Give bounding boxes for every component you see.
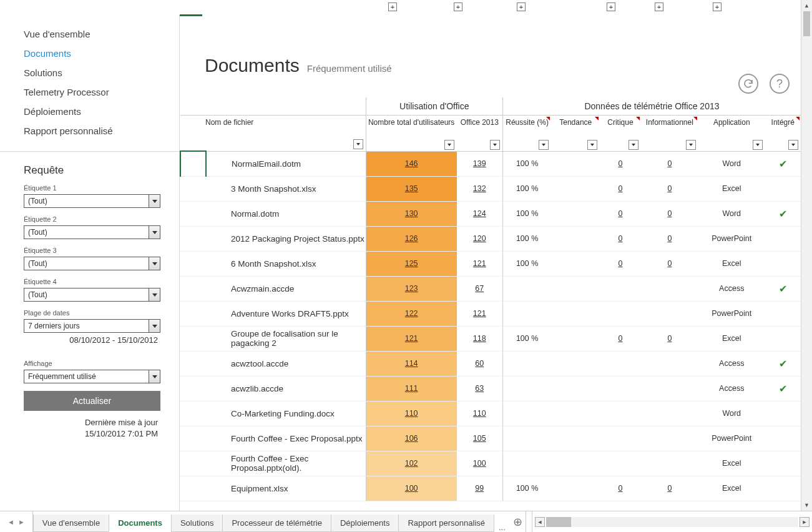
cell-total-users[interactable]: 111 — [366, 376, 457, 401]
cell-informational[interactable] — [641, 451, 698, 476]
table-row[interactable]: NormalEmail.dotm146139100 %00Word✔ — [180, 151, 801, 176]
cell-filename[interactable]: acwztool.accde — [206, 351, 366, 376]
cell-critical[interactable]: 0 — [600, 226, 641, 251]
cell-office2013[interactable]: 124 — [457, 201, 503, 226]
table-row[interactable]: Fourth Coffee - Exec Proposal.pptx106105… — [180, 426, 801, 451]
outline-expand-button[interactable] — [388, 2, 397, 11]
cell-informational[interactable]: 0 — [641, 251, 698, 276]
outline-expand-button[interactable] — [517, 2, 526, 11]
cell-informational[interactable]: 0 — [641, 226, 698, 251]
cell-total-users[interactable]: 121 — [366, 326, 457, 351]
table-row[interactable]: Normal.dotm130124100 %00Word✔ — [180, 201, 801, 226]
outline-expand-button[interactable] — [713, 2, 722, 11]
table-row[interactable]: acwzlib.accde11163Access✔ — [180, 376, 801, 401]
table-row[interactable]: Adventure Works DRAFT5.pptx122121PowerPo… — [180, 301, 801, 326]
filter-button[interactable] — [686, 140, 696, 150]
cell-office2013[interactable]: 99 — [457, 476, 503, 501]
cell-informational[interactable]: 0 — [641, 151, 698, 176]
row-selector[interactable] — [180, 301, 206, 326]
cell-filename[interactable]: Acwzmain.accde — [206, 276, 366, 301]
row-selector[interactable] — [180, 226, 206, 251]
cell-critical[interactable]: 0 — [600, 151, 641, 176]
cell-total-users[interactable]: 123 — [366, 276, 457, 301]
cell-critical[interactable] — [600, 301, 641, 326]
refresh-icon[interactable] — [738, 74, 758, 94]
sidebar-item-documents[interactable]: Documents — [24, 48, 179, 59]
row-selector[interactable] — [180, 251, 206, 276]
col-office2013[interactable]: Office 2013 — [457, 115, 503, 140]
row-selector[interactable] — [180, 276, 206, 301]
cell-total-users[interactable]: 110 — [366, 401, 457, 426]
cell-critical[interactable] — [600, 451, 641, 476]
cell-office2013[interactable]: 67 — [457, 276, 503, 301]
display-select[interactable]: Fréquemment utilisé — [24, 370, 160, 383]
cell-informational[interactable] — [641, 401, 698, 426]
outline-expand-button[interactable] — [607, 2, 615, 11]
chevron-down-icon[interactable] — [149, 226, 160, 239]
filter-button[interactable] — [587, 140, 597, 150]
cell-informational[interactable]: 0 — [641, 176, 698, 201]
table-row[interactable]: Co-Marketing Funding.docx110110Word — [180, 401, 801, 426]
table-row[interactable]: Fourth Coffee - Exec Proposal.pptx(old).… — [180, 451, 801, 476]
sidebar-item-solutions[interactable]: Solutions — [24, 67, 179, 78]
table-row[interactable]: Groupe de focalisation sur le pagacking … — [180, 326, 801, 351]
col-filename[interactable]: Nom de fichier — [180, 115, 366, 140]
row-selector[interactable] — [180, 376, 206, 401]
cell-informational[interactable]: 0 — [641, 326, 698, 351]
table-row[interactable]: Equipment.xlsx10099100 %00Excel — [180, 476, 801, 501]
cell-office2013[interactable]: 121 — [457, 301, 503, 326]
scroll-up-icon[interactable]: ▲ — [801, 0, 812, 11]
filter-button[interactable] — [629, 140, 638, 150]
col-informational[interactable]: Informationnel — [641, 115, 698, 140]
cell-informational[interactable] — [641, 301, 698, 326]
cell-total-users[interactable]: 114 — [366, 351, 457, 376]
filter-button[interactable] — [753, 140, 763, 150]
cell-filename[interactable]: Co-Marketing Funding.docx — [206, 401, 366, 426]
col-builtin[interactable]: Intégré — [765, 115, 801, 140]
cell-office2013[interactable]: 60 — [457, 351, 503, 376]
row-selector[interactable] — [180, 151, 206, 176]
refresh-button[interactable]: Actualiser — [24, 391, 160, 411]
row-selector[interactable] — [180, 351, 206, 376]
cell-critical[interactable]: 0 — [600, 251, 641, 276]
cell-filename[interactable]: 2012 Packaging Project Status.pptx — [206, 226, 366, 251]
cell-informational[interactable] — [641, 426, 698, 451]
outline-expand-button[interactable] — [454, 2, 462, 11]
outline-expand-button[interactable] — [655, 2, 663, 11]
cell-total-users[interactable]: 100 — [366, 476, 457, 501]
sidebar-item-telemetry-processor[interactable]: Telemetry Processor — [24, 87, 179, 97]
table-row[interactable]: acwztool.accde11460Access✔ — [180, 351, 801, 376]
cell-informational[interactable] — [641, 376, 698, 401]
cell-critical[interactable]: 0 — [600, 476, 641, 501]
row-selector[interactable] — [180, 426, 206, 451]
sidebar-item-vue-d-ensemble[interactable]: Vue d'ensemble — [24, 29, 179, 39]
cell-total-users[interactable]: 106 — [366, 426, 457, 451]
col-total-users[interactable]: Nombre total d'utilisateurs — [366, 115, 457, 140]
cell-filename[interactable]: Adventure Works DRAFT5.pptx — [206, 301, 366, 326]
filter-button[interactable] — [444, 140, 454, 150]
filter-button[interactable] — [353, 139, 363, 149]
cell-critical[interactable] — [600, 376, 641, 401]
filter-select-4[interactable]: (Tout) — [24, 288, 160, 302]
cell-filename[interactable]: acwzlib.accde — [206, 376, 366, 401]
filter-button[interactable] — [490, 140, 500, 150]
cell-total-users[interactable]: 102 — [366, 451, 457, 476]
cell-informational[interactable]: 0 — [641, 476, 698, 501]
table-row[interactable]: 2012 Packaging Project Status.pptx126120… — [180, 226, 801, 251]
cell-office2013[interactable]: 63 — [457, 376, 503, 401]
cell-critical[interactable]: 0 — [600, 201, 641, 226]
cell-office2013[interactable]: 121 — [457, 251, 503, 276]
cell-filename[interactable]: Fourth Coffee - Exec Proposal.pptx — [206, 426, 366, 451]
chevron-down-icon[interactable] — [149, 257, 160, 270]
cell-total-users[interactable]: 122 — [366, 301, 457, 326]
date-range-select[interactable]: 7 derniers jours — [24, 319, 160, 333]
filter-select-2[interactable]: (Tout) — [24, 225, 160, 239]
cell-total-users[interactable]: 146 — [366, 151, 457, 176]
cell-total-users[interactable]: 125 — [366, 251, 457, 276]
cell-critical[interactable] — [600, 426, 641, 451]
cell-total-users[interactable]: 135 — [366, 176, 457, 201]
cell-filename[interactable]: 3 Month Snapshot.xlsx — [206, 176, 366, 201]
cell-informational[interactable] — [641, 351, 698, 376]
row-selector[interactable] — [180, 326, 206, 351]
chevron-down-icon[interactable] — [149, 195, 160, 207]
